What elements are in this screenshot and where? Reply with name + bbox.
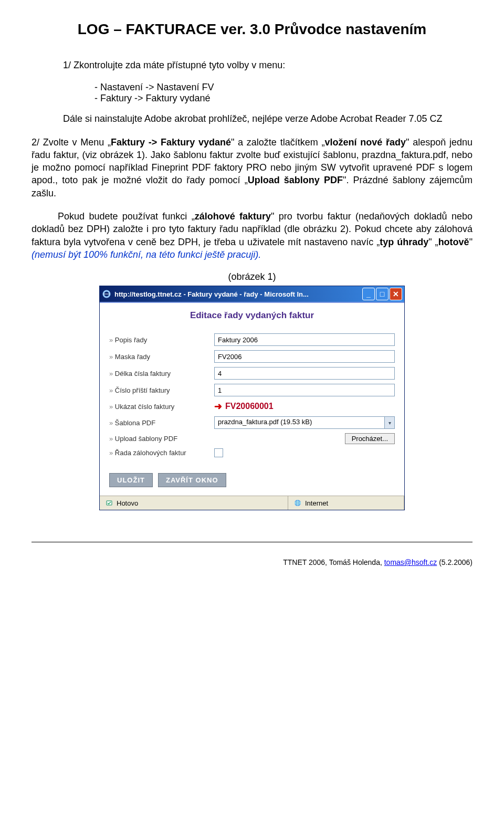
page-title: LOG – FAKTURACE ver. 3.0 Průvodce nastav… — [32, 21, 472, 38]
close-window-button[interactable]: ZAVŘÍT OKNO — [158, 473, 226, 487]
section2-para2: Pokud budete používat funkci „zálohové f… — [32, 210, 472, 261]
label-maska: Maska řady — [109, 353, 214, 361]
status-text-done: Hotovo — [117, 499, 138, 507]
browse-button[interactable]: Procházet... — [345, 433, 395, 444]
minimize-button[interactable]: _ — [362, 288, 375, 300]
window-titlebar[interactable]: http://testlog.ttnet.cz - Faktury vydané… — [100, 286, 404, 302]
status-bar: Hotovo Internet — [100, 496, 404, 510]
input-delka[interactable] — [214, 367, 395, 380]
label-cislo: Číslo příští faktury — [109, 386, 214, 394]
label-ukazat: Ukázat číslo faktury — [109, 403, 214, 411]
input-popis[interactable] — [214, 333, 395, 346]
bullet-1: Nastavení -> Nastavení FV — [94, 82, 472, 93]
maximize-button[interactable]: □ — [376, 288, 388, 300]
save-button[interactable]: ULOŽIT — [109, 473, 153, 487]
window-title: http://testlog.ttnet.cz - Faktury vydané… — [114, 290, 362, 298]
footer-email-link[interactable]: tomas@hsoft.cz — [384, 558, 437, 566]
ie-window: http://testlog.ttnet.cz - Faktury vydané… — [99, 286, 405, 510]
ie-icon — [102, 289, 111, 299]
form-heading: Editace řady vydaných faktur — [100, 303, 404, 331]
arrow-right-icon: ➜ — [214, 401, 222, 412]
done-icon — [105, 499, 113, 507]
label-rada-zaloh: Řada zálohových faktur — [109, 449, 214, 457]
input-cislo[interactable] — [214, 384, 395, 396]
input-maska[interactable] — [214, 350, 395, 363]
label-sablona: Šablona PDF — [109, 419, 214, 427]
section2-para1: 2/ Zvolte v Menu „Faktury -> Faktury vyd… — [32, 136, 472, 200]
bullet-2: Faktury -> Faktury vydané — [94, 93, 472, 104]
label-popis: Popis řady — [109, 336, 214, 344]
label-delka: Délka čísla faktury — [109, 370, 214, 377]
close-button[interactable]: ✕ — [390, 288, 402, 300]
page-footer: TTNET 2006, Tomáš Holenda, tomas@hsoft.c… — [32, 558, 472, 566]
label-upload: Upload šablony PDF — [109, 435, 214, 443]
status-text-zone: Internet — [305, 499, 328, 507]
generated-number: ➜ FV20060001 — [214, 401, 274, 412]
section1-lead: 1/ Zkontrolujte zda máte přístupné tyto … — [63, 59, 472, 71]
select-sablona[interactable]: prazdna_faktura.pdf (19.53 kB) ▾ — [214, 416, 395, 429]
figure-1-label: (obrázek 1) — [32, 271, 472, 282]
chevron-down-icon: ▾ — [384, 417, 394, 428]
globe-icon — [293, 499, 302, 507]
checkbox-rada-zaloh[interactable] — [214, 448, 223, 457]
section1-para2: Dále si nainstalujte Adobe akrobat prohl… — [63, 112, 472, 125]
